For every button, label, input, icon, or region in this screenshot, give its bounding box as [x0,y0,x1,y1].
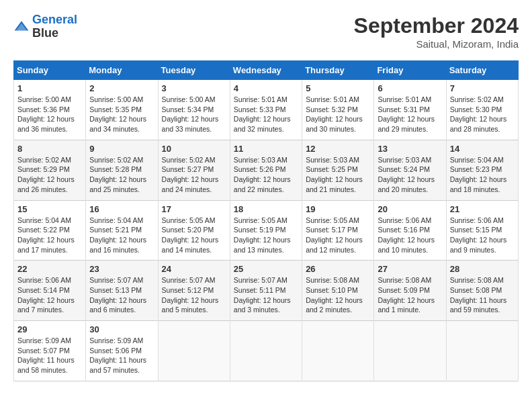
calendar-cell [302,321,374,381]
calendar-cell: 22Sunrise: 5:06 AMSunset: 5:14 PMDayligh… [14,261,86,321]
day-info: Sunrise: 5:02 AMSunset: 5:29 PMDaylight:… [17,155,82,195]
calendar-cell: 14Sunrise: 5:04 AMSunset: 5:23 PMDayligh… [446,140,518,200]
week-row-3: 22Sunrise: 5:06 AMSunset: 5:14 PMDayligh… [14,261,519,321]
calendar-cell: 13Sunrise: 5:03 AMSunset: 5:24 PMDayligh… [374,140,446,200]
day-info: Sunrise: 5:05 AMSunset: 5:19 PMDaylight:… [234,216,298,255]
calendar-cell: 27Sunrise: 5:08 AMSunset: 5:09 PMDayligh… [374,261,446,321]
day-info: Sunrise: 5:09 AMSunset: 5:06 PMDaylight:… [89,336,154,375]
calendar-cell: 12Sunrise: 5:03 AMSunset: 5:25 PMDayligh… [302,140,374,200]
day-info: Sunrise: 5:02 AMSunset: 5:30 PMDaylight:… [450,95,515,134]
day-number: 14 [450,144,515,154]
location-subtitle: Saitual, Mizoram, India [354,38,519,50]
calendar-cell: 29Sunrise: 5:09 AMSunset: 5:07 PMDayligh… [14,321,86,381]
day-info: Sunrise: 5:03 AMSunset: 5:25 PMDaylight:… [306,155,370,195]
day-info: Sunrise: 5:00 AMSunset: 5:36 PMDaylight:… [17,95,82,134]
day-number: 10 [162,144,226,154]
day-info: Sunrise: 5:09 AMSunset: 5:07 PMDaylight:… [17,336,82,375]
calendar-cell: 4Sunrise: 5:01 AMSunset: 5:33 PMDaylight… [230,80,302,140]
day-number: 25 [234,264,298,274]
day-info: Sunrise: 5:02 AMSunset: 5:27 PMDaylight:… [162,155,226,195]
day-number: 19 [306,204,370,214]
logo: General Blue [13,13,77,40]
day-number: 9 [89,144,154,154]
day-info: Sunrise: 5:07 AMSunset: 5:12 PMDaylight:… [162,275,226,315]
day-number: 11 [234,144,298,154]
calendar-cell: 9Sunrise: 5:02 AMSunset: 5:28 PMDaylight… [86,140,158,200]
day-info: Sunrise: 5:05 AMSunset: 5:20 PMDaylight:… [162,216,226,255]
logo-text: General Blue [32,13,77,40]
day-info: Sunrise: 5:00 AMSunset: 5:34 PMDaylight:… [162,95,226,134]
calendar-cell: 7Sunrise: 5:02 AMSunset: 5:30 PMDaylight… [446,80,518,140]
calendar-cell: 25Sunrise: 5:07 AMSunset: 5:11 PMDayligh… [230,261,302,321]
day-number: 30 [89,324,154,334]
calendar-cell: 16Sunrise: 5:04 AMSunset: 5:21 PMDayligh… [86,200,158,261]
day-info: Sunrise: 5:08 AMSunset: 5:09 PMDaylight:… [378,275,442,315]
calendar-cell: 1Sunrise: 5:00 AMSunset: 5:36 PMDaylight… [14,80,86,140]
col-header-tuesday: Tuesday [158,61,230,80]
col-header-thursday: Thursday [302,61,374,80]
calendar-cell: 19Sunrise: 5:05 AMSunset: 5:17 PMDayligh… [302,200,374,261]
calendar-cell: 23Sunrise: 5:07 AMSunset: 5:13 PMDayligh… [86,261,158,321]
day-number: 16 [89,204,154,214]
day-number: 7 [450,83,515,93]
col-header-sunday: Sunday [14,61,86,80]
day-number: 1 [17,83,82,93]
calendar-cell: 18Sunrise: 5:05 AMSunset: 5:19 PMDayligh… [230,200,302,261]
title-block: September 2024 Saitual, Mizoram, India [354,13,519,50]
day-number: 21 [450,204,515,214]
day-number: 26 [306,264,370,274]
calendar-cell [158,321,230,381]
calendar-cell: 28Sunrise: 5:08 AMSunset: 5:08 PMDayligh… [446,261,518,321]
page-header: General Blue September 2024 Saitual, Miz… [13,13,519,50]
day-info: Sunrise: 5:04 AMSunset: 5:21 PMDaylight:… [89,216,154,255]
day-info: Sunrise: 5:00 AMSunset: 5:35 PMDaylight:… [89,95,154,134]
calendar-cell [446,321,518,381]
day-number: 12 [306,144,370,154]
day-number: 23 [89,264,154,274]
calendar-cell: 11Sunrise: 5:03 AMSunset: 5:26 PMDayligh… [230,140,302,200]
day-number: 3 [162,83,226,93]
calendar-cell: 8Sunrise: 5:02 AMSunset: 5:29 PMDaylight… [14,140,86,200]
week-row-4: 29Sunrise: 5:09 AMSunset: 5:07 PMDayligh… [14,321,519,381]
day-info: Sunrise: 5:06 AMSunset: 5:14 PMDaylight:… [17,275,82,315]
calendar-cell: 2Sunrise: 5:00 AMSunset: 5:35 PMDaylight… [86,80,158,140]
week-row-1: 8Sunrise: 5:02 AMSunset: 5:29 PMDaylight… [14,140,519,200]
calendar-cell: 15Sunrise: 5:04 AMSunset: 5:22 PMDayligh… [14,200,86,261]
day-number: 28 [450,264,515,274]
day-number: 13 [378,144,442,154]
day-number: 2 [89,83,154,93]
calendar-cell: 20Sunrise: 5:06 AMSunset: 5:16 PMDayligh… [374,200,446,261]
day-number: 27 [378,264,442,274]
day-number: 20 [378,204,442,214]
day-info: Sunrise: 5:06 AMSunset: 5:16 PMDaylight:… [378,216,442,255]
col-header-monday: Monday [86,61,158,80]
calendar-cell: 10Sunrise: 5:02 AMSunset: 5:27 PMDayligh… [158,140,230,200]
col-header-wednesday: Wednesday [230,61,302,80]
day-info: Sunrise: 5:03 AMSunset: 5:24 PMDaylight:… [378,155,442,195]
day-info: Sunrise: 5:08 AMSunset: 5:10 PMDaylight:… [306,275,370,315]
day-info: Sunrise: 5:01 AMSunset: 5:31 PMDaylight:… [378,95,442,134]
calendar-cell: 30Sunrise: 5:09 AMSunset: 5:06 PMDayligh… [86,321,158,381]
day-number: 17 [162,204,226,214]
calendar-cell [374,321,446,381]
col-header-friday: Friday [374,61,446,80]
day-info: Sunrise: 5:04 AMSunset: 5:22 PMDaylight:… [17,216,82,255]
calendar-cell: 6Sunrise: 5:01 AMSunset: 5:31 PMDaylight… [374,80,446,140]
day-info: Sunrise: 5:01 AMSunset: 5:32 PMDaylight:… [306,95,370,134]
day-info: Sunrise: 5:07 AMSunset: 5:13 PMDaylight:… [89,275,154,315]
logo-icon [13,19,30,35]
calendar-table: SundayMondayTuesdayWednesdayThursdayFrid… [13,60,519,381]
month-title: September 2024 [354,13,519,38]
week-row-2: 15Sunrise: 5:04 AMSunset: 5:22 PMDayligh… [14,200,519,261]
day-number: 8 [17,144,82,154]
day-number: 4 [234,83,298,93]
calendar-cell: 24Sunrise: 5:07 AMSunset: 5:12 PMDayligh… [158,261,230,321]
day-number: 5 [306,83,370,93]
day-number: 6 [378,83,442,93]
calendar-cell: 3Sunrise: 5:00 AMSunset: 5:34 PMDaylight… [158,80,230,140]
day-info: Sunrise: 5:06 AMSunset: 5:15 PMDaylight:… [450,216,515,255]
day-info: Sunrise: 5:03 AMSunset: 5:26 PMDaylight:… [234,155,298,195]
calendar-cell: 5Sunrise: 5:01 AMSunset: 5:32 PMDaylight… [302,80,374,140]
day-number: 24 [162,264,226,274]
day-number: 18 [234,204,298,214]
